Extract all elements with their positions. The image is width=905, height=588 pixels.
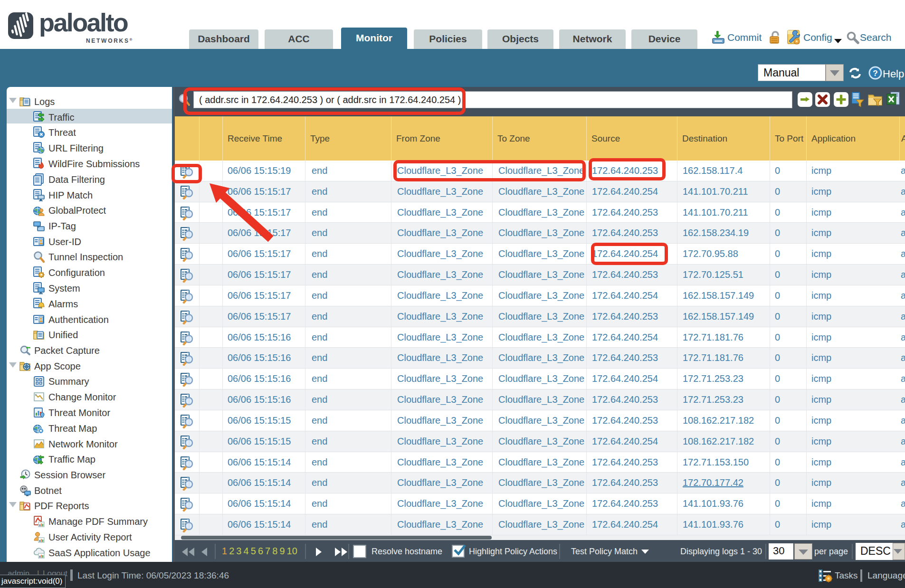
svg-text:?: ?: [873, 69, 877, 78]
svg-text:NETWORKS®: NETWORKS®: [86, 38, 133, 44]
svg-text:paloalto: paloalto: [39, 8, 128, 37]
